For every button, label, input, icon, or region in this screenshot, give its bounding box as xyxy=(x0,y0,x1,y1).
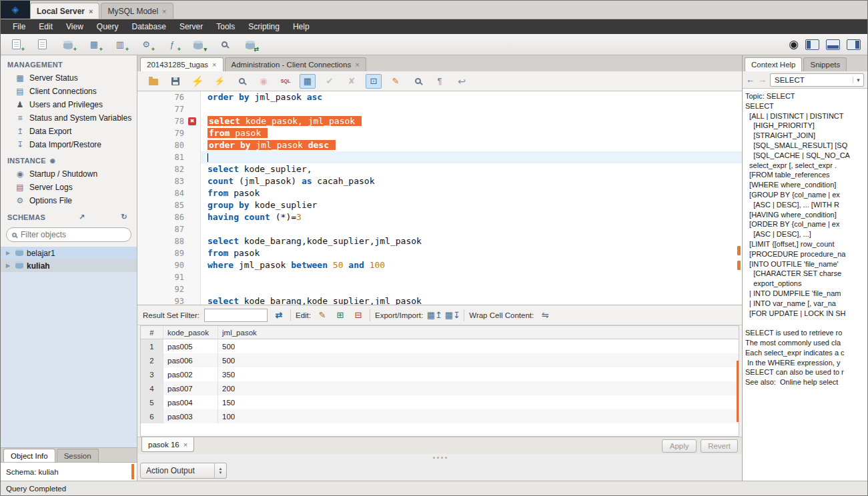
sidebar-item-startup-shutdown[interactable]: ◉Startup / Shutdown xyxy=(1,167,137,181)
window-tab-local-server[interactable]: Local Server× xyxy=(30,3,99,19)
sidebar-item-users-and-privileges[interactable]: ♟Users and Privileges xyxy=(1,98,137,111)
sidebar-item-server-status[interactable]: ▦Server Status xyxy=(1,71,137,85)
insert-row-icon[interactable]: ⊞ xyxy=(334,309,347,322)
code-line-79[interactable]: 79from pasok xyxy=(137,127,742,139)
sidebar-item-server-logs[interactable]: ▤Server Logs xyxy=(1,181,137,194)
create-schema-icon[interactable]: + xyxy=(59,37,77,53)
menu-view[interactable]: View xyxy=(59,20,90,33)
tab-snippets[interactable]: Snippets xyxy=(803,57,847,71)
stop-icon[interactable]: ◉ xyxy=(256,74,272,89)
scroll-error-marker[interactable] xyxy=(737,261,741,270)
code-line-77[interactable]: 77 xyxy=(137,103,742,115)
table-row[interactable]: 4pas007200 xyxy=(141,381,739,395)
sql-editor[interactable]: 76order by jml_pasok asc7778✖select kode… xyxy=(137,91,742,305)
schema-filter-input[interactable] xyxy=(21,230,125,239)
data-search-icon[interactable]: ▾ xyxy=(189,37,207,53)
expand-schemas-icon[interactable]: ↗ xyxy=(76,213,88,221)
rollback-icon[interactable]: ✘ xyxy=(344,74,360,89)
result-set-tab[interactable]: pasok 16 × xyxy=(141,437,194,452)
code-line-85[interactable]: 85group by kode_suplier xyxy=(137,199,742,211)
beautify-icon[interactable]: ✎ xyxy=(388,74,404,89)
code-line-93[interactable]: 93select kode_barang,kode_suplier,jml_pa… xyxy=(137,295,742,305)
create-view-icon[interactable]: ▥+ xyxy=(111,37,129,53)
schema-item-kuliah[interactable]: ▶kuliah xyxy=(1,259,137,272)
column-header-jml_pasok[interactable]: jml_pasok xyxy=(218,326,739,339)
search-objects-icon[interactable] xyxy=(215,37,233,53)
code-line-90[interactable]: 90where jml_pasok between 50 and 100 xyxy=(137,259,742,271)
menu-tools[interactable]: Tools xyxy=(209,20,242,33)
invisibles-icon[interactable]: ¶ xyxy=(432,74,448,89)
reconnect-database-icon[interactable]: ⇄ xyxy=(242,37,259,53)
table-row[interactable]: 3pas002350 xyxy=(141,367,739,381)
close-icon[interactable]: × xyxy=(89,7,93,15)
result-filter-input[interactable] xyxy=(204,309,268,322)
menu-help[interactable]: Help xyxy=(286,20,316,33)
code-line-83[interactable]: 83count (jml_pasok) as cacah_pasok xyxy=(137,175,742,187)
spinner-icon[interactable]: ▲▼ xyxy=(214,463,226,478)
panel-splitter[interactable] xyxy=(137,454,742,461)
delete-row-icon[interactable]: ⊟ xyxy=(352,309,365,322)
table-row[interactable]: 5pas004150 xyxy=(141,395,739,409)
explain-icon[interactable] xyxy=(234,74,250,89)
tab-context-help[interactable]: Context Help xyxy=(745,57,802,71)
find-icon[interactable] xyxy=(410,74,426,89)
edit-cell-icon[interactable]: ✎ xyxy=(316,309,329,322)
wrap-cell-content-icon[interactable]: ⇋ xyxy=(538,309,552,322)
chevron-right-icon[interactable]: ▶ xyxy=(6,263,12,269)
commit-icon[interactable]: ✔ xyxy=(322,74,338,89)
help-topic-combo[interactable]: SELECT ▾ xyxy=(770,73,864,87)
toggle-left-sidebar-icon[interactable] xyxy=(805,39,819,50)
code-line-86[interactable]: 86having count (*)=3 xyxy=(137,211,742,223)
column-header-num[interactable]: # xyxy=(141,326,163,339)
open-sql-script-icon[interactable] xyxy=(145,74,161,89)
menu-server[interactable]: Server xyxy=(173,20,209,33)
sidebar-item-data-import-restore[interactable]: ↧Data Import/Restore xyxy=(1,138,137,151)
code-line-87[interactable]: 87 xyxy=(137,223,742,235)
menu-file[interactable]: File xyxy=(6,20,32,33)
code-line-82[interactable]: 82select kode_suplier, xyxy=(137,163,742,175)
create-procedure-icon[interactable]: ⚙+ xyxy=(137,37,155,53)
back-arrow-icon[interactable]: ← xyxy=(746,75,755,85)
close-icon[interactable]: × xyxy=(355,61,359,69)
editor-tab-201431285-tugas[interactable]: 201431285_tugas× xyxy=(140,57,224,71)
tab-session[interactable]: Session xyxy=(57,449,99,462)
splitter-handle[interactable] xyxy=(131,464,134,479)
code-line-89[interactable]: 89from pasok xyxy=(137,247,742,259)
toggle-right-sidebar-icon[interactable] xyxy=(847,39,861,50)
stop-on-error-icon[interactable]: SQL xyxy=(278,74,294,89)
revert-button[interactable]: Revert xyxy=(701,439,738,453)
refresh-schemas-icon[interactable]: ↻ xyxy=(118,213,130,221)
close-icon[interactable]: × xyxy=(162,7,166,15)
refresh-results-icon[interactable]: ⇄ xyxy=(272,309,286,322)
limit-rows-icon[interactable]: ▦ xyxy=(300,74,316,89)
create-table-icon[interactable]: ▦+ xyxy=(85,37,103,53)
tab-object-info[interactable]: Object Info xyxy=(3,449,55,462)
code-line-92[interactable]: 92 xyxy=(137,283,742,295)
schema-item-belajar1[interactable]: ▶belajar1 xyxy=(1,247,137,259)
action-output-selector[interactable]: Action Output ▲▼ xyxy=(140,463,227,479)
menu-edit[interactable]: Edit xyxy=(32,20,59,33)
notifications-icon[interactable]: ◉ xyxy=(789,39,799,50)
code-line-84[interactable]: 84from pasok xyxy=(137,187,742,199)
export-recordset-icon[interactable]: ▦↥ xyxy=(428,309,441,322)
scroll-error-marker[interactable] xyxy=(737,246,741,255)
chevron-right-icon[interactable]: ▶ xyxy=(6,250,12,256)
sidebar-item-status-and-system-variables[interactable]: ≡Status and System Variables xyxy=(1,111,137,125)
execute-current-icon[interactable]: ⚡ xyxy=(211,74,228,89)
table-row[interactable]: 1pas005500 xyxy=(141,339,739,353)
code-line-78[interactable]: 78✖select kode_pasok, jml_pasok xyxy=(137,115,742,127)
forward-arrow-icon[interactable]: → xyxy=(758,75,767,85)
toggle-output-area-icon[interactable] xyxy=(826,39,840,50)
sidebar-item-options-file[interactable]: ⚙Options File xyxy=(1,194,137,207)
menu-query[interactable]: Query xyxy=(90,20,125,33)
import-records-icon[interactable]: ▦↧ xyxy=(446,309,459,322)
column-header-kode_pasok[interactable]: kode_pasok xyxy=(163,326,218,339)
menu-scripting[interactable]: Scripting xyxy=(242,20,286,33)
code-line-80[interactable]: 80order by jml_pasok desc xyxy=(137,139,742,151)
sidebar-item-client-connections[interactable]: ▤Client Connections xyxy=(1,85,137,98)
code-line-91[interactable]: 91 xyxy=(137,271,742,283)
app-icon[interactable]: ◈ xyxy=(1,0,30,19)
execute-icon[interactable]: ⚡ xyxy=(189,74,205,89)
editor-tab-administration-client-connections[interactable]: Administration - Client Connections× xyxy=(225,57,366,71)
apply-button[interactable]: Apply xyxy=(662,439,697,453)
